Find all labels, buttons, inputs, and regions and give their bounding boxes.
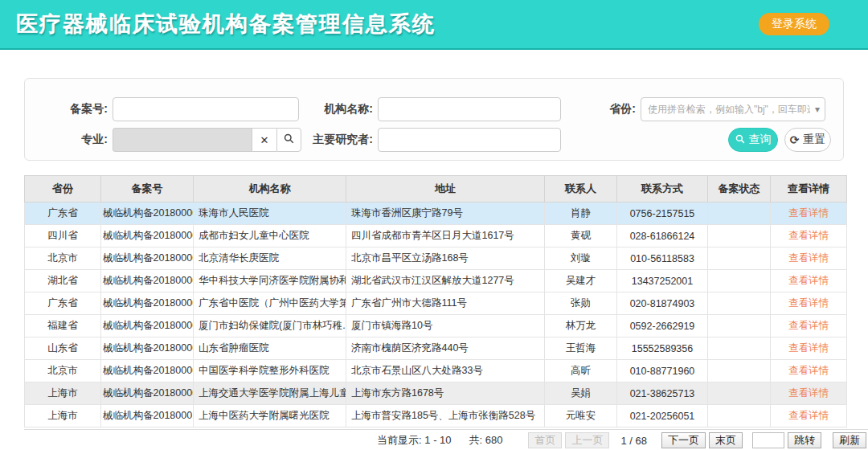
- table-row[interactable]: 福建省械临机构备201800006厦门市妇幼保健院(厦门市林巧稚...厦门市镇海…: [25, 315, 847, 338]
- page-jump-input[interactable]: [752, 432, 784, 448]
- cell-org: 广东省中医院（广州中医药大学第...: [194, 292, 346, 315]
- pi-input[interactable]: [378, 128, 561, 152]
- cell-detail: 查看详情: [771, 405, 847, 428]
- table-row[interactable]: 上海市械临机构备201800010上海中医药大学附属曙光医院上海市普安路185号…: [25, 405, 847, 428]
- cell-status: [708, 270, 771, 292]
- cell-address: 济南市槐荫区济兖路440号: [346, 338, 545, 360]
- cell-status: [708, 382, 771, 405]
- cell-contact: 林万龙: [545, 315, 617, 338]
- showing-range: 当前显示: 1 - 10: [377, 433, 451, 448]
- reset-button[interactable]: ⟳ 重置: [784, 128, 831, 152]
- table-row[interactable]: 上海市械临机构备201800009上海交通大学医学院附属上海儿童...上海市东方…: [25, 382, 847, 405]
- query-button[interactable]: 查询: [728, 128, 778, 152]
- specialty-clear-button[interactable]: ✕: [252, 128, 276, 152]
- cell-org: 北京清华长庚医院: [194, 248, 346, 270]
- refresh-button[interactable]: 刷新: [833, 432, 866, 448]
- cell-org: 珠海市人民医院: [194, 202, 346, 225]
- page-title: 医疗器械临床试验机构备案管理信息系统: [16, 10, 436, 39]
- province-field: 省份: 使用拼音检索，例如输入"bj"，回车即选... ▾: [571, 96, 825, 122]
- page-indicator: 1 / 68: [620, 435, 647, 447]
- cell-detail: 查看详情: [771, 270, 847, 292]
- cell-phone: 028-61866124: [617, 225, 708, 248]
- filing-no-label: 备案号:: [29, 102, 108, 117]
- cell-detail: 查看详情: [771, 360, 847, 382]
- jump-button[interactable]: 跳转: [788, 432, 821, 448]
- view-detail-link[interactable]: 查看详情: [788, 297, 829, 309]
- column-header: 省份: [25, 176, 101, 202]
- table-row[interactable]: 广东省械临机构备201800005广东省中医院（广州中医药大学第...广东省广州…: [25, 292, 847, 315]
- cell-contact: 刘璇: [545, 248, 617, 270]
- cell-status: [708, 315, 771, 338]
- cell-phone: 0592-2662919: [617, 315, 708, 338]
- view-detail-link[interactable]: 查看详情: [788, 342, 829, 354]
- cell-filing_no: 械临机构备201800003: [101, 248, 194, 270]
- cell-org: 中国医学科学院整形外科医院: [194, 360, 346, 382]
- cell-province: 广东省: [25, 292, 101, 315]
- filing-no-field: 备案号:: [29, 96, 299, 122]
- view-detail-link[interactable]: 查看详情: [788, 387, 829, 399]
- cell-contact: 张勋: [545, 292, 617, 315]
- cell-province: 湖北省: [25, 270, 101, 292]
- login-button[interactable]: 登录系统: [759, 13, 829, 35]
- cell-status: [708, 202, 771, 225]
- total-count: 共: 680: [469, 433, 503, 448]
- screen: 医疗器械临床试验机构备案管理信息系统 登录系统 备案号: 机构名称: 省份: 使…: [0, 0, 868, 450]
- table-row[interactable]: 北京市械临机构备201800003北京清华长庚医院北京市昌平区立汤路168号刘璇…: [25, 248, 847, 270]
- cell-status: [708, 248, 771, 270]
- results-table: 省份备案号机构名称地址联系人联系方式备案状态查看详情 广东省械临机构备20180…: [24, 175, 847, 428]
- cell-status: [708, 405, 771, 428]
- cell-detail: 查看详情: [771, 338, 847, 360]
- view-detail-link[interactable]: 查看详情: [788, 320, 829, 331]
- specialty-input[interactable]: [113, 128, 252, 152]
- cell-phone: 13437252001: [617, 270, 708, 292]
- cell-detail: 查看详情: [771, 315, 847, 338]
- column-header: 地址: [346, 176, 545, 202]
- column-header: 机构名称: [194, 176, 346, 202]
- cell-address: 北京市昌平区立汤路168号: [346, 248, 545, 270]
- table-row[interactable]: 北京市械临机构备201800008中国医学科学院整形外科医院北京市石景山区八大处…: [25, 360, 847, 382]
- org-name-label: 机构名称:: [298, 102, 373, 117]
- view-detail-link[interactable]: 查看详情: [788, 365, 829, 376]
- table-row[interactable]: 山东省械临机构备201800007山东省肿瘤医院济南市槐荫区济兖路440号王哲海…: [25, 338, 847, 360]
- view-detail-link[interactable]: 查看详情: [788, 252, 829, 264]
- cell-org: 华中科技大学同济医学院附属协和医院: [194, 270, 346, 292]
- last-page-button[interactable]: 末页: [709, 432, 743, 448]
- org-name-field: 机构名称:: [298, 96, 561, 122]
- view-detail-link[interactable]: 查看详情: [788, 410, 829, 421]
- cell-province: 上海市: [25, 405, 101, 428]
- cell-org: 上海交通大学医学院附属上海儿童...: [194, 382, 346, 405]
- province-select[interactable]: 使用拼音检索，例如输入"bj"，回车即选... ▾: [641, 97, 825, 121]
- cell-org: 成都市妇女儿童中心医院: [194, 225, 346, 248]
- cell-address: 北京市石景山区八大处路33号: [346, 360, 545, 382]
- first-page-button[interactable]: 首页: [528, 432, 562, 448]
- table-row[interactable]: 湖北省械临机构备201800004华中科技大学同济医学院附属协和医院湖北省武汉市…: [25, 270, 847, 292]
- cell-address: 湖北省武汉市江汉区解放大道1277号: [346, 270, 545, 292]
- cell-phone: 020-81874903: [617, 292, 708, 315]
- cell-contact: 王哲海: [545, 338, 617, 360]
- next-page-button[interactable]: 下一页: [661, 432, 706, 448]
- cell-contact: 元唯安: [545, 405, 617, 428]
- table-header-row: 省份备案号机构名称地址联系人联系方式备案状态查看详情: [25, 176, 847, 202]
- cell-province: 四川省: [25, 225, 101, 248]
- view-detail-link[interactable]: 查看详情: [788, 230, 829, 241]
- filing-no-input[interactable]: [113, 97, 299, 121]
- prev-page-button[interactable]: 上一页: [565, 432, 609, 448]
- view-detail-link[interactable]: 查看详情: [788, 207, 829, 219]
- cell-status: [708, 360, 771, 382]
- cell-contact: 高昕: [545, 360, 617, 382]
- pagination-bar: 当前显示: 1 - 10 共: 680 首页 上一页 1 / 68 下一页 末页…: [24, 429, 868, 450]
- specialty-label: 专业:: [29, 133, 108, 147]
- cell-contact: 吴娟: [545, 382, 617, 405]
- org-name-input[interactable]: [378, 97, 561, 121]
- search-panel: 备案号: 机构名称: 省份: 使用拼音检索，例如输入"bj"，回车即选... ▾…: [24, 78, 844, 161]
- specialty-field: 专业: ✕: [29, 127, 301, 153]
- table-row[interactable]: 四川省械临机构备201800002成都市妇女儿童中心医院四川省成都市青羊区日月大…: [25, 225, 847, 248]
- app-header: 医疗器械临床试验机构备案管理信息系统 登录系统: [0, 0, 868, 50]
- view-detail-link[interactable]: 查看详情: [788, 275, 829, 286]
- cell-phone: 021-38625713: [617, 382, 708, 405]
- table-row[interactable]: 广东省械临机构备201800001珠海市人民医院珠海市香洲区康宁路79号肖静07…: [25, 202, 847, 225]
- cell-address: 上海市普安路185号、上海市张衡路528号: [346, 405, 545, 428]
- cell-province: 山东省: [25, 338, 101, 360]
- cell-detail: 查看详情: [771, 382, 847, 405]
- cell-org: 上海中医药大学附属曙光医院: [194, 405, 346, 428]
